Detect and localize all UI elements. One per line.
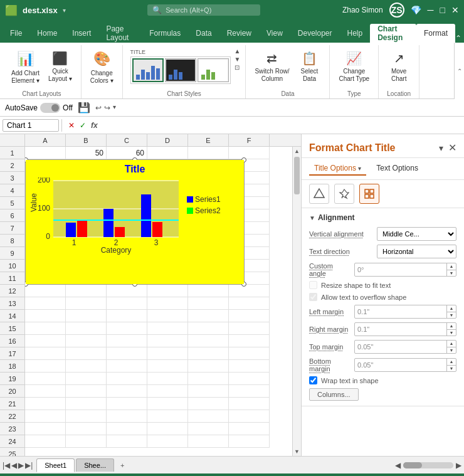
cell-d1[interactable]	[147, 147, 188, 159]
top-margin-up[interactable]: ▲	[447, 340, 456, 347]
cell-b1[interactable]: 50	[66, 147, 107, 159]
user-avatar[interactable]: ZS	[389, 3, 404, 18]
bottom-margin-input[interactable]	[355, 361, 446, 369]
tab-developer[interactable]: Developer	[290, 24, 340, 43]
custom-angle-input[interactable]	[355, 266, 446, 273]
row-header-5[interactable]: 5	[0, 197, 24, 209]
row-header-7[interactable]: 7	[0, 222, 24, 235]
tab-page-layout[interactable]: Page Layout	[98, 24, 142, 43]
tab-format[interactable]: Format	[416, 24, 455, 43]
left-margin-up[interactable]: ▲	[447, 305, 456, 312]
bottom-margin-up[interactable]: ▲	[447, 358, 456, 366]
scroll-down-button[interactable]: ▼	[293, 447, 301, 456]
undo-button[interactable]: ↩	[95, 103, 102, 112]
chart-object[interactable]: Title 200 100	[25, 159, 245, 285]
ribbon-icon[interactable]: 💎	[411, 5, 421, 15]
row-header-14[interactable]: 14	[0, 310, 24, 322]
columns-button[interactable]: Columns...	[309, 388, 359, 401]
chart-style-3[interactable]	[198, 58, 229, 82]
left-margin-down[interactable]: ▼	[447, 312, 456, 319]
col-header-f[interactable]: F	[229, 134, 270, 146]
chart-style-1[interactable]	[132, 58, 164, 82]
panel-close-button[interactable]: ✕	[448, 142, 456, 154]
chart-style-2[interactable]	[165, 58, 196, 82]
fx-icon[interactable]: fx	[91, 121, 98, 130]
top-margin-down[interactable]: ▼	[447, 347, 456, 354]
right-margin-up[interactable]: ▲	[447, 322, 456, 330]
tab-review[interactable]: Review	[219, 24, 259, 43]
row-header-25[interactable]: 25	[0, 448, 24, 456]
tab-data[interactable]: Data	[188, 24, 219, 43]
row-header-1[interactable]: 1	[0, 147, 24, 159]
custom-angle-up[interactable]: ▲	[447, 263, 456, 270]
h-scroll-left[interactable]: ◀	[395, 461, 401, 470]
row-header-2[interactable]: 2	[0, 159, 24, 172]
row-header-9[interactable]: 9	[0, 247, 24, 260]
scroll-up-button[interactable]: ▲	[293, 147, 301, 156]
tab-formulas[interactable]: Formulas	[142, 24, 188, 43]
row-header-11[interactable]: 11	[0, 272, 24, 285]
cell-e1[interactable]	[188, 147, 229, 159]
redo-button[interactable]: ↪	[104, 103, 110, 112]
text-direction-select[interactable]: Horizontal Rotate 90° Rotate 270° Stacke…	[377, 245, 456, 258]
top-margin-input[interactable]	[355, 343, 446, 351]
sheet-nav-first[interactable]: |◀	[3, 461, 10, 470]
col-header-b[interactable]: B	[66, 134, 107, 146]
row-header-6[interactable]: 6	[0, 209, 24, 222]
tab-insert[interactable]: Insert	[65, 24, 98, 43]
panel-collapse-button[interactable]: ▾	[439, 143, 443, 153]
panel-tab-text-options[interactable]: Text Options	[371, 162, 423, 176]
left-margin-input[interactable]	[355, 308, 446, 315]
add-chart-element-button[interactable]: 📊 Add ChartElement ▾	[8, 48, 43, 87]
row-header-23[interactable]: 23	[0, 423, 24, 435]
styles-scroll-up[interactable]: ▲	[235, 48, 241, 55]
save-icon[interactable]: 💾	[78, 102, 90, 114]
row-header-16[interactable]: 16	[0, 335, 24, 347]
sheet-nav-prev[interactable]: ◀	[11, 461, 17, 470]
row-header-15[interactable]: 15	[0, 322, 24, 335]
confirm-icon[interactable]: ✓	[80, 121, 86, 130]
change-colors-button[interactable]: 🎨 ChangeColors ▾	[87, 48, 117, 87]
row-header-17[interactable]: 17	[0, 347, 24, 360]
scroll-thumb[interactable]	[294, 157, 300, 194]
new-sheet-button[interactable]: +	[115, 459, 129, 472]
tab-expand-icon[interactable]: ⌃	[455, 34, 461, 43]
col-header-d[interactable]: D	[147, 134, 188, 146]
col-header-c[interactable]: C	[107, 134, 147, 146]
tab-help[interactable]: Help	[340, 24, 371, 43]
tab-home[interactable]: Home	[29, 24, 65, 43]
row-header-20[interactable]: 20	[0, 385, 24, 398]
alignment-section-header[interactable]: ▼ Alignment	[309, 213, 456, 222]
vertical-scrollbar[interactable]: ▲ ▼	[292, 147, 301, 456]
close-button[interactable]: ✕	[451, 5, 459, 15]
row-header-12[interactable]: 12	[0, 285, 24, 297]
customize-quick-access[interactable]: ▾	[113, 103, 116, 112]
sheet-nav-last[interactable]: ▶|	[25, 461, 33, 470]
row-header-4[interactable]: 4	[0, 184, 24, 197]
cancel-icon[interactable]: ✕	[68, 121, 75, 130]
vertical-alignment-select[interactable]: Middle Ce... Top Bottom	[377, 227, 456, 241]
row-header-24[interactable]: 24	[0, 435, 24, 448]
sheet-tab-sheet1[interactable]: Sheet1	[36, 458, 75, 472]
horizontal-scrollbar[interactable]	[403, 462, 453, 468]
formula-input[interactable]	[102, 120, 461, 131]
sheet-tab-sheet2[interactable]: Shee...	[76, 458, 114, 472]
right-margin-input[interactable]	[355, 325, 446, 333]
minimize-button[interactable]: ─	[428, 5, 434, 15]
cell-f1[interactable]	[229, 147, 270, 159]
chart-title[interactable]: Title	[29, 164, 240, 175]
search-bar[interactable]: 🔍 Search (Alt+Q)	[147, 4, 260, 16]
ribbon-collapse-button[interactable]: ⌃	[454, 43, 464, 99]
cell-c1[interactable]: 60	[107, 147, 147, 159]
move-chart-button[interactable]: ↗ MoveChart	[384, 48, 414, 85]
tab-chart-design[interactable]: Chart Design	[370, 24, 416, 43]
sheet-nav-next[interactable]: ▶	[18, 461, 24, 470]
tab-view[interactable]: View	[259, 24, 290, 43]
row-header-10[interactable]: 10	[0, 260, 24, 272]
row-header-3[interactable]: 3	[0, 172, 24, 184]
name-box[interactable]	[3, 119, 59, 132]
select-data-button[interactable]: 📋 SelectData	[294, 48, 324, 85]
row-header-19[interactable]: 19	[0, 373, 24, 385]
quick-layout-button[interactable]: ⬛ QuickLayout ▾	[45, 48, 76, 85]
custom-angle-down[interactable]: ▼	[447, 270, 456, 277]
